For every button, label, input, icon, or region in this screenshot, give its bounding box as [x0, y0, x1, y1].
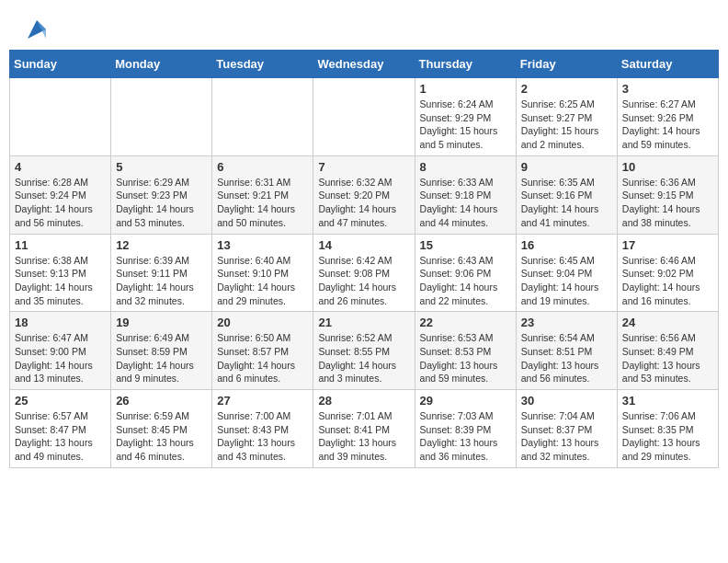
calendar-cell: 4Sunrise: 6:28 AMSunset: 9:24 PMDaylight… [10, 155, 111, 234]
calendar-cell: 13Sunrise: 6:40 AMSunset: 9:10 PMDayligh… [212, 234, 313, 312]
logo [22, 17, 50, 42]
day-number: 22 [420, 316, 511, 329]
calendar-cell: 11Sunrise: 6:38 AMSunset: 9:13 PMDayligh… [10, 234, 111, 312]
day-of-week-header: Wednesday [313, 51, 415, 78]
day-number: 30 [521, 394, 612, 408]
day-info: Sunrise: 7:04 AMSunset: 8:37 PMDaylight:… [521, 409, 612, 464]
calendar-cell: 9Sunrise: 6:35 AMSunset: 9:16 PMDaylight… [516, 155, 617, 234]
day-info: Sunrise: 6:45 AMSunset: 9:04 PMDaylight:… [521, 254, 612, 308]
page-header [0, 0, 728, 50]
day-number: 17 [622, 238, 713, 252]
day-info: Sunrise: 7:00 AMSunset: 8:43 PMDaylight:… [217, 409, 308, 464]
day-info: Sunrise: 6:50 AMSunset: 8:57 PMDaylight:… [217, 331, 308, 385]
logo-icon [24, 17, 50, 42]
day-info: Sunrise: 6:47 AMSunset: 9:00 PMDaylight:… [15, 331, 106, 385]
day-info: Sunrise: 6:42 AMSunset: 9:08 PMDaylight:… [318, 254, 409, 308]
calendar-cell: 25Sunrise: 6:57 AMSunset: 8:47 PMDayligh… [10, 390, 111, 468]
day-info: Sunrise: 6:31 AMSunset: 9:21 PMDaylight:… [217, 176, 308, 230]
calendar-cell: 17Sunrise: 6:46 AMSunset: 9:02 PMDayligh… [617, 234, 718, 312]
calendar-cell: 3Sunrise: 6:27 AMSunset: 9:26 PMDaylight… [617, 78, 718, 156]
day-info: Sunrise: 6:54 AMSunset: 8:51 PMDaylight:… [521, 331, 612, 385]
day-info: Sunrise: 7:03 AMSunset: 8:39 PMDaylight:… [420, 409, 511, 464]
day-number: 15 [420, 238, 511, 252]
calendar-cell: 24Sunrise: 6:56 AMSunset: 8:49 PMDayligh… [617, 312, 718, 390]
day-info: Sunrise: 6:59 AMSunset: 8:45 PMDaylight:… [116, 409, 207, 464]
day-number: 21 [318, 316, 409, 329]
day-info: Sunrise: 6:27 AMSunset: 9:26 PMDaylight:… [622, 98, 713, 152]
day-info: Sunrise: 6:40 AMSunset: 9:10 PMDaylight:… [217, 254, 308, 308]
calendar-cell: 8Sunrise: 6:33 AMSunset: 9:18 PMDaylight… [415, 155, 516, 234]
day-number: 11 [15, 238, 106, 252]
day-info: Sunrise: 7:06 AMSunset: 8:35 PMDaylight:… [622, 409, 713, 464]
calendar-cell [10, 78, 111, 156]
day-number: 20 [217, 316, 308, 329]
calendar-cell: 1Sunrise: 6:24 AMSunset: 9:29 PMDaylight… [415, 78, 516, 156]
calendar-table: SundayMondayTuesdayWednesdayThursdayFrid… [9, 50, 719, 468]
calendar-cell: 18Sunrise: 6:47 AMSunset: 9:00 PMDayligh… [10, 312, 111, 390]
calendar-week-row: 11Sunrise: 6:38 AMSunset: 9:13 PMDayligh… [10, 234, 719, 312]
calendar-cell: 31Sunrise: 7:06 AMSunset: 8:35 PMDayligh… [617, 390, 718, 468]
day-number: 25 [15, 394, 106, 408]
calendar-cell: 21Sunrise: 6:52 AMSunset: 8:55 PMDayligh… [313, 312, 415, 390]
day-number: 23 [521, 316, 612, 329]
day-of-week-header: Monday [111, 51, 212, 78]
day-number: 12 [116, 238, 207, 252]
day-number: 28 [318, 394, 409, 408]
day-number: 4 [15, 160, 106, 174]
calendar-cell [313, 78, 415, 156]
day-info: Sunrise: 7:01 AMSunset: 8:41 PMDaylight:… [318, 409, 409, 464]
day-info: Sunrise: 6:33 AMSunset: 9:18 PMDaylight:… [420, 176, 511, 230]
day-number: 8 [420, 160, 511, 174]
day-info: Sunrise: 6:29 AMSunset: 9:23 PMDaylight:… [116, 176, 207, 230]
day-of-week-header: Tuesday [212, 51, 313, 78]
day-number: 29 [420, 394, 511, 408]
day-info: Sunrise: 6:32 AMSunset: 9:20 PMDaylight:… [318, 176, 409, 230]
day-info: Sunrise: 6:35 AMSunset: 9:16 PMDaylight:… [521, 176, 612, 230]
day-info: Sunrise: 6:49 AMSunset: 8:59 PMDaylight:… [116, 331, 207, 385]
day-info: Sunrise: 6:56 AMSunset: 8:49 PMDaylight:… [622, 331, 713, 385]
day-info: Sunrise: 6:36 AMSunset: 9:15 PMDaylight:… [622, 176, 713, 230]
day-number: 14 [318, 238, 409, 252]
day-number: 24 [622, 316, 713, 329]
day-number: 3 [622, 82, 713, 96]
calendar-cell: 23Sunrise: 6:54 AMSunset: 8:51 PMDayligh… [516, 312, 617, 390]
calendar-cell: 10Sunrise: 6:36 AMSunset: 9:15 PMDayligh… [617, 155, 718, 234]
calendar-cell: 30Sunrise: 7:04 AMSunset: 8:37 PMDayligh… [516, 390, 617, 468]
day-info: Sunrise: 6:24 AMSunset: 9:29 PMDaylight:… [420, 98, 511, 152]
calendar-week-row: 4Sunrise: 6:28 AMSunset: 9:24 PMDaylight… [10, 155, 719, 234]
day-info: Sunrise: 6:53 AMSunset: 8:53 PMDaylight:… [420, 331, 511, 385]
day-number: 6 [217, 160, 308, 174]
calendar-cell: 26Sunrise: 6:59 AMSunset: 8:45 PMDayligh… [111, 390, 212, 468]
calendar-cell: 29Sunrise: 7:03 AMSunset: 8:39 PMDayligh… [415, 390, 516, 468]
day-number: 31 [622, 394, 713, 408]
day-number: 27 [217, 394, 308, 408]
day-info: Sunrise: 6:46 AMSunset: 9:02 PMDaylight:… [622, 254, 713, 308]
calendar-week-row: 25Sunrise: 6:57 AMSunset: 8:47 PMDayligh… [10, 390, 719, 468]
calendar-cell [111, 78, 212, 156]
day-number: 19 [116, 316, 207, 329]
day-number: 5 [116, 160, 207, 174]
day-info: Sunrise: 6:38 AMSunset: 9:13 PMDaylight:… [15, 254, 106, 308]
calendar-cell: 28Sunrise: 7:01 AMSunset: 8:41 PMDayligh… [313, 390, 415, 468]
calendar-cell: 16Sunrise: 6:45 AMSunset: 9:04 PMDayligh… [516, 234, 617, 312]
day-number: 2 [521, 82, 612, 96]
calendar-cell [212, 78, 313, 156]
day-number: 1 [420, 82, 511, 96]
calendar-week-row: 1Sunrise: 6:24 AMSunset: 9:29 PMDaylight… [10, 78, 719, 156]
calendar-cell: 14Sunrise: 6:42 AMSunset: 9:08 PMDayligh… [313, 234, 415, 312]
day-info: Sunrise: 6:25 AMSunset: 9:27 PMDaylight:… [521, 98, 612, 152]
calendar-cell: 22Sunrise: 6:53 AMSunset: 8:53 PMDayligh… [415, 312, 516, 390]
day-info: Sunrise: 6:28 AMSunset: 9:24 PMDaylight:… [15, 176, 106, 230]
day-number: 10 [622, 160, 713, 174]
calendar-cell: 6Sunrise: 6:31 AMSunset: 9:21 PMDaylight… [212, 155, 313, 234]
day-of-week-header: Friday [516, 51, 617, 78]
day-number: 26 [116, 394, 207, 408]
calendar-cell: 15Sunrise: 6:43 AMSunset: 9:06 PMDayligh… [415, 234, 516, 312]
day-of-week-header: Sunday [10, 51, 111, 78]
day-info: Sunrise: 6:52 AMSunset: 8:55 PMDaylight:… [318, 331, 409, 385]
day-info: Sunrise: 6:39 AMSunset: 9:11 PMDaylight:… [116, 254, 207, 308]
calendar-cell: 5Sunrise: 6:29 AMSunset: 9:23 PMDaylight… [111, 155, 212, 234]
calendar-header-row: SundayMondayTuesdayWednesdayThursdayFrid… [10, 51, 719, 78]
day-number: 9 [521, 160, 612, 174]
calendar-cell: 20Sunrise: 6:50 AMSunset: 8:57 PMDayligh… [212, 312, 313, 390]
